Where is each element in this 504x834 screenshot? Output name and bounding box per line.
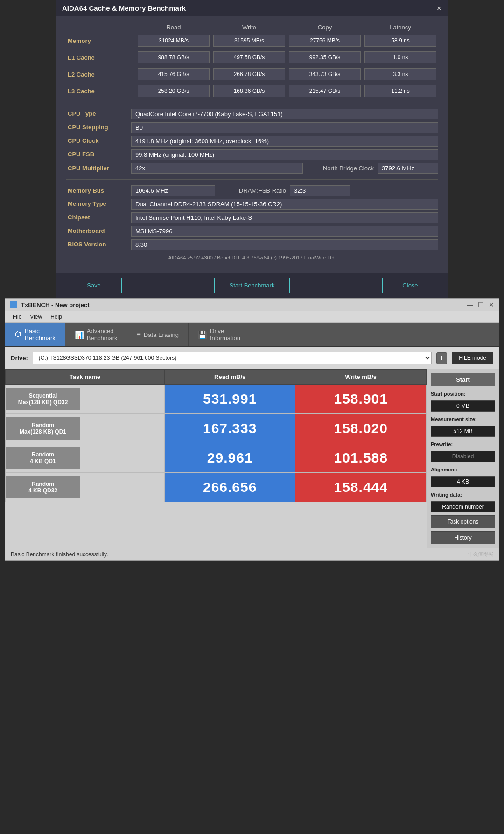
txbench-right-panel: Start Start position: 0 MB Measurement s… <box>427 369 499 548</box>
aida64-content: Read Write Copy Latency Memory 31024 MB/… <box>56 16 448 273</box>
bench-row-label: L3 Cache <box>66 88 136 95</box>
txbench-maximize[interactable]: ☐ <box>478 301 484 308</box>
cpu-clock-label: CPU Clock <box>66 136 131 147</box>
dram-fsb-value: 32:3 <box>290 185 350 196</box>
bench-row-label: Memory <box>66 37 136 44</box>
write-cell: 158.020 <box>295 414 426 443</box>
cpu-type-value: QuadCore Intel Core i7-7700 (Kaby Lake-S… <box>131 109 438 119</box>
aida64-window: AIDA64 Cache & Memory Benchmark — ✕ Read… <box>56 0 448 298</box>
status-text: Basic Benchmark finished successfully. <box>11 551 108 558</box>
start-benchmark-button[interactable]: Start Benchmark <box>214 278 290 293</box>
txbench-controls: — ☐ ✕ <box>467 301 494 308</box>
chipset-value: Intel Sunrise Point H110, Intel Kaby Lak… <box>131 212 438 223</box>
col-write: Write <box>211 24 287 31</box>
aida64-close[interactable]: ✕ <box>436 5 442 12</box>
bios-row: BIOS Version 8.30 <box>66 239 438 250</box>
motherboard-value: MSI MS-7996 <box>131 226 438 237</box>
north-bridge-value: 3792.6 MHz <box>378 163 438 174</box>
memory-type-label: Memory Type <box>66 199 131 210</box>
bios-label: BIOS Version <box>66 239 131 250</box>
cpu-type-row: CPU Type QuadCore Intel Core i7-7700 (Ka… <box>66 109 438 119</box>
menu-view[interactable]: View <box>26 313 46 321</box>
close-button[interactable]: Close <box>382 278 438 293</box>
bench-latency-cell: 3.3 ns <box>364 68 436 80</box>
task-cell: SequentialMax(128 KB) QD32 <box>6 388 80 410</box>
cpu-stepping-label: CPU Stepping <box>66 122 131 133</box>
col-read: Read <box>136 24 211 31</box>
read-value: 29.961 <box>207 450 253 465</box>
txbench-close[interactable]: ✕ <box>489 301 494 308</box>
cpu-fsb-value: 99.8 MHz (original: 100 MHz) <box>131 149 438 160</box>
write-cell: 158.901 <box>295 385 426 413</box>
table-row: SequentialMax(128 KB) QD32 531.991 158.9… <box>6 385 427 414</box>
col-copy: Copy <box>287 24 363 31</box>
task-options-button[interactable]: Task options <box>431 515 495 528</box>
cpu-fsb-row: CPU FSB 99.8 MHz (original: 100 MHz) <box>66 149 438 160</box>
memory-type-row: Memory Type Dual Channel DDR4-2133 SDRAM… <box>66 199 438 210</box>
tab-data-erasing[interactable]: ≡ Data Erasing <box>127 323 189 346</box>
txbench-window: TxBENCH - New project — ☐ ✕ File View He… <box>5 298 499 561</box>
task-cell: Random4 KB QD32 <box>6 476 80 498</box>
task-cell: Random4 KB QD1 <box>6 447 80 469</box>
bench-latency-cell: 1.0 ns <box>364 51 436 63</box>
chipset-label: Chipset <box>66 212 131 223</box>
aida64-minimize[interactable]: — <box>422 5 429 12</box>
drive-select[interactable]: (C:) TS128GSSD370 118.23 GB (247,961,600… <box>33 352 432 364</box>
bench-read-cell: 988.78 GB/s <box>138 51 210 63</box>
save-button[interactable]: Save <box>66 278 122 293</box>
start-button[interactable]: Start <box>431 373 495 386</box>
bench-write-cell: 168.36 GB/s <box>213 85 285 97</box>
txbench-main: Task name Read mB/s Write mB/s Sequentia… <box>5 369 499 548</box>
read-value: 167.333 <box>203 421 257 436</box>
aida64-footer-text: AIDA64 v5.92.4300 / BenchDLL 4.3.759-x64… <box>66 255 438 260</box>
menu-help[interactable]: Help <box>47 313 66 321</box>
menu-file[interactable]: File <box>9 313 25 321</box>
col-blank <box>66 24 136 31</box>
tab-advanced-benchmark[interactable]: 📊 AdvancedBenchmark <box>65 323 127 346</box>
tab-basic-benchmark[interactable]: ⏱ BasicBenchmark <box>5 323 65 346</box>
file-mode-button[interactable]: FILE mode <box>452 352 493 364</box>
txbench-results-area: Task name Read mB/s Write mB/s Sequentia… <box>5 369 427 548</box>
txbench-tabs: ⏱ BasicBenchmark 📊 AdvancedBenchmark ≡ D… <box>5 323 499 347</box>
tab-drive-icon: 💾 <box>198 330 207 339</box>
cpu-stepping-row: CPU Stepping B0 <box>66 122 438 133</box>
tab-erasing-icon: ≡ <box>137 330 141 339</box>
write-cell: 101.588 <box>295 443 426 472</box>
bench-copy-cell: 215.47 GB/s <box>289 85 361 97</box>
cpu-type-label: CPU Type <box>66 109 131 119</box>
drive-info-button[interactable]: ℹ <box>436 352 447 364</box>
bench-row: L2 Cache 415.76 GB/s 266.78 GB/s 343.73 … <box>66 68 438 80</box>
txbench-minimize[interactable]: — <box>467 301 473 308</box>
bench-write-cell: 31595 MB/s <box>213 35 285 47</box>
alignment-value: 4 KB <box>431 476 495 487</box>
bench-row-label: L1 Cache <box>66 54 136 61</box>
read-value: 266.656 <box>203 479 257 495</box>
col-latency: Latency <box>363 24 438 31</box>
cpu-multiplier-label: CPU Multiplier <box>66 163 131 173</box>
watermark-text: 什么值得买 <box>111 551 493 558</box>
bench-row-label: L2 Cache <box>66 71 136 78</box>
tab-advanced-icon: 📊 <box>75 330 84 339</box>
start-pos-label: Start position: <box>431 391 495 397</box>
table-row: Random4 KB QD32 266.656 158.444 <box>6 473 427 502</box>
measure-size-label: Measurement size: <box>431 416 495 422</box>
cpu-multiplier-value: 42x <box>131 163 303 174</box>
bench-copy-cell: 992.35 GB/s <box>289 51 361 63</box>
drive-row: Drive: (C:) TS128GSSD370 118.23 GB (247,… <box>5 347 499 369</box>
cpu-fsb-label: CPU FSB <box>66 149 131 160</box>
txbench-title: TxBENCH - New project <box>21 301 90 308</box>
bench-copy-cell: 343.73 GB/s <box>289 68 361 80</box>
writing-data-value: Random number <box>431 501 495 512</box>
tab-drive-information[interactable]: 💾 DriveInformation <box>189 323 250 346</box>
alignment-label: Alignment: <box>431 467 495 472</box>
history-button[interactable]: History <box>431 531 495 544</box>
memory-bus-value: 1064.6 MHz <box>131 185 215 196</box>
bench-write-cell: 497.58 GB/s <box>213 51 285 63</box>
memory-type-value: Dual Channel DDR4-2133 SDRAM (15-15-15-3… <box>131 199 438 210</box>
col-write: Write mB/s <box>295 370 427 385</box>
cpu-clock-value: 4191.8 MHz (original: 3600 MHz, overcloc… <box>131 136 438 147</box>
txbench-titlebar: TxBENCH - New project — ☐ ✕ <box>5 299 499 311</box>
table-row: Random4 KB QD1 29.961 101.588 <box>6 443 427 473</box>
bench-column-headers: Read Write Copy Latency <box>66 24 438 31</box>
prewrite-label: Prewrite: <box>431 442 495 447</box>
